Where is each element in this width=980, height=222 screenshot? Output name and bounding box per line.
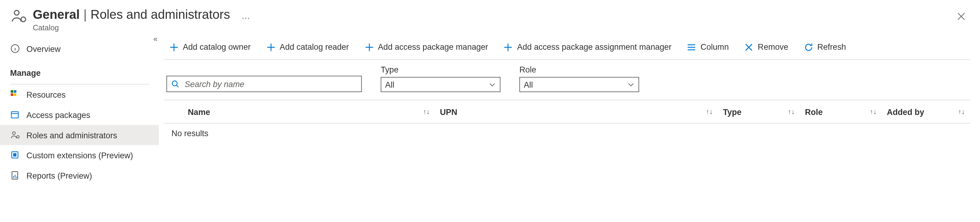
svg-rect-11 bbox=[14, 153, 16, 156]
add-catalog-owner-button[interactable]: Add catalog owner bbox=[166, 40, 253, 54]
sidebar-item-label: Resources bbox=[26, 90, 65, 99]
svg-point-13 bbox=[172, 81, 177, 86]
add-access-package-assignment-manager-button[interactable]: Add access package assignment manager bbox=[501, 40, 674, 54]
svg-point-9 bbox=[17, 136, 19, 138]
page-title-secondary: Roles and administrators bbox=[91, 8, 230, 22]
sidebar-item-overview[interactable]: Overview bbox=[0, 38, 159, 59]
cmd-label: Remove bbox=[758, 42, 789, 51]
type-filter-value: All bbox=[385, 80, 394, 89]
chevron-down-icon bbox=[627, 81, 635, 88]
cmd-label: Add access package manager bbox=[378, 42, 488, 51]
sidebar-item-reports[interactable]: Reports (Preview) bbox=[0, 165, 159, 185]
search-input[interactable] bbox=[183, 78, 357, 89]
chevron-down-icon bbox=[488, 81, 496, 88]
svg-rect-6 bbox=[14, 93, 16, 96]
svg-rect-3 bbox=[11, 90, 13, 93]
command-bar: Add catalog owner Add catalog reader Add… bbox=[164, 35, 970, 60]
column-chooser-button[interactable]: Column bbox=[684, 40, 732, 54]
add-access-package-manager-button[interactable]: Add access package manager bbox=[361, 40, 491, 54]
column-header-label: Type bbox=[723, 107, 741, 117]
svg-rect-4 bbox=[14, 90, 16, 93]
table-header-row: Name ↑↓ UPN ↑↓ Type ↑↓ Role ↑↓ bbox=[164, 101, 970, 123]
cmd-label: Add catalog reader bbox=[280, 42, 349, 51]
more-menu-button[interactable]: … bbox=[241, 11, 250, 21]
svg-point-8 bbox=[13, 132, 15, 134]
column-header-label: UPN bbox=[440, 107, 457, 117]
page-title-separator: | bbox=[84, 8, 87, 22]
sidebar-item-label: Reports (Preview) bbox=[26, 171, 92, 180]
add-catalog-reader-button[interactable]: Add catalog reader bbox=[263, 40, 352, 54]
people-gear-icon bbox=[10, 8, 27, 25]
column-header-upn[interactable]: UPN ↑↓ bbox=[435, 107, 718, 117]
type-filter-label: Type bbox=[380, 65, 500, 74]
svg-rect-5 bbox=[11, 93, 13, 96]
plus-icon bbox=[503, 42, 513, 52]
sidebar-item-label: Roles and administrators bbox=[26, 130, 117, 140]
column-header-added-by[interactable]: Added by ↑↓ bbox=[882, 107, 970, 117]
sort-icon: ↑↓ bbox=[870, 108, 877, 115]
sidebar-item-label: Custom extensions (Preview) bbox=[26, 150, 133, 160]
column-header-name[interactable]: Name ↑↓ bbox=[183, 107, 435, 117]
sidebar-item-custom-extensions[interactable]: Custom extensions (Preview) bbox=[0, 145, 159, 165]
page-subtitle: Catalog bbox=[33, 23, 953, 32]
sidebar-item-label: Access packages bbox=[26, 110, 90, 120]
column-header-type[interactable]: Type ↑↓ bbox=[718, 107, 800, 117]
sort-icon: ↑↓ bbox=[706, 108, 713, 115]
search-icon bbox=[171, 80, 180, 88]
role-filter-select[interactable]: All bbox=[519, 77, 639, 92]
refresh-button[interactable]: Refresh bbox=[801, 40, 848, 54]
sidebar-section-manage: Manage bbox=[0, 62, 159, 83]
search-by-name-field[interactable] bbox=[166, 76, 362, 92]
sidebar-item-roles-administrators[interactable]: Roles and administrators bbox=[0, 125, 159, 145]
role-filter-label: Role bbox=[519, 65, 639, 74]
column-header-label: Role bbox=[805, 107, 823, 117]
plus-icon bbox=[364, 42, 374, 52]
sort-icon: ↑↓ bbox=[423, 108, 430, 115]
people-gear-small-icon bbox=[10, 130, 20, 140]
cmd-label: Refresh bbox=[817, 42, 846, 51]
apps-grid-icon bbox=[10, 89, 20, 99]
remove-x-icon bbox=[744, 42, 754, 52]
report-icon bbox=[10, 171, 20, 180]
remove-button[interactable]: Remove bbox=[741, 40, 791, 54]
package-icon bbox=[10, 110, 20, 120]
type-filter-select[interactable]: All bbox=[380, 77, 500, 92]
cmd-label: Add catalog owner bbox=[183, 42, 251, 51]
svg-point-0 bbox=[14, 10, 19, 15]
sidebar-item-access-packages[interactable]: Access packages bbox=[0, 105, 159, 125]
cmd-label: Add access package assignment manager bbox=[517, 42, 672, 51]
sidebar-item-label: Overview bbox=[26, 44, 60, 53]
extension-icon bbox=[10, 150, 20, 160]
column-header-label: Added by bbox=[887, 107, 924, 117]
sort-icon: ↑↓ bbox=[958, 108, 965, 115]
refresh-icon bbox=[803, 42, 813, 52]
table-no-results: No results bbox=[164, 124, 970, 143]
role-filter-value: All bbox=[523, 80, 533, 89]
column-header-role[interactable]: Role ↑↓ bbox=[800, 107, 882, 117]
plus-icon bbox=[169, 42, 179, 52]
cmd-label: Column bbox=[701, 42, 729, 51]
collapse-sidebar-button[interactable]: « bbox=[153, 35, 155, 43]
plus-icon bbox=[266, 42, 276, 52]
sidebar-item-resources[interactable]: Resources bbox=[0, 85, 159, 105]
info-icon bbox=[10, 44, 20, 54]
close-blade-button[interactable] bbox=[953, 8, 970, 25]
column-header-label: Name bbox=[188, 107, 210, 117]
columns-icon bbox=[687, 42, 697, 52]
svg-rect-7 bbox=[11, 112, 18, 118]
sort-icon: ↑↓ bbox=[788, 108, 795, 115]
page-title-main: General bbox=[33, 8, 80, 22]
